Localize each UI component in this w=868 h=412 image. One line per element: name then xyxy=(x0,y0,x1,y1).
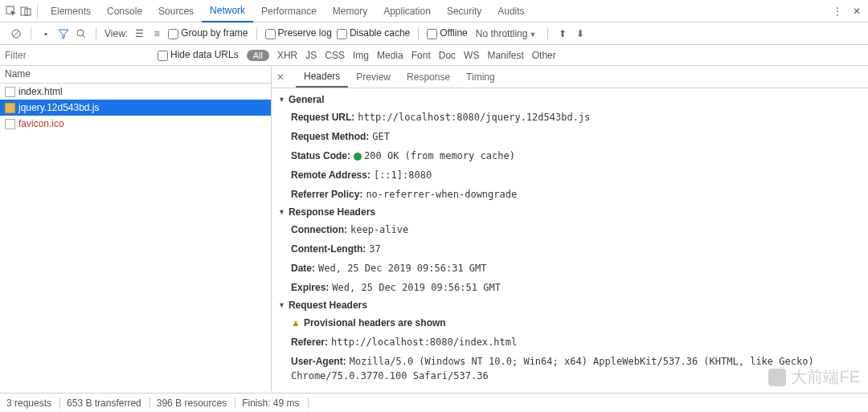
header-key: Connection: xyxy=(291,224,347,235)
header-row: Connection:keep-alive xyxy=(272,220,868,239)
disclosure-triangle-icon: ▼ xyxy=(278,208,285,216)
request-row[interactable]: favicon.ico xyxy=(0,116,271,132)
offline-checkbox[interactable]: Offline xyxy=(427,27,467,39)
status-dot-icon xyxy=(354,153,362,161)
detail-tab-timing[interactable]: Timing xyxy=(458,67,503,87)
file-icon xyxy=(5,87,15,97)
filter-type-xhr[interactable]: XHR xyxy=(277,50,297,61)
device-icon[interactable] xyxy=(19,5,32,18)
header-key: Referrer Policy: xyxy=(291,189,362,200)
request-row[interactable]: jquery.12d543bd.js xyxy=(0,100,271,116)
watermark-icon xyxy=(768,369,786,386)
throttling-select[interactable]: No throttling▼ xyxy=(473,28,540,39)
watermark: 大前端FE xyxy=(768,366,860,388)
search-icon[interactable] xyxy=(75,27,88,40)
header-key: Remote Address: xyxy=(291,169,371,181)
export-icon[interactable]: ⬇ xyxy=(574,27,587,40)
header-value: keep-alive xyxy=(350,224,408,235)
details-pane: ✕ HeadersPreviewResponseTiming ▼GeneralR… xyxy=(272,66,868,391)
header-row: Referrer Policy:no-referrer-when-downgra… xyxy=(272,185,868,204)
header-row: Expires:Wed, 25 Dec 2019 09:56:51 GMT xyxy=(272,278,868,297)
preserve-log-checkbox[interactable]: Preserve log xyxy=(265,27,332,39)
main-tab-sources[interactable]: Sources xyxy=(150,1,202,22)
svg-line-4 xyxy=(13,31,19,37)
main-tabs-bar: ElementsConsoleSourcesNetworkPerformance… xyxy=(0,0,868,22)
main-tab-network[interactable]: Network xyxy=(202,0,253,22)
disable-cache-checkbox[interactable]: Disable cache xyxy=(337,27,410,39)
file-icon xyxy=(5,119,15,129)
filter-type-media[interactable]: Media xyxy=(377,50,403,61)
header-value: http://localhost:8080/index.html xyxy=(331,337,517,348)
header-key: User-Agent: xyxy=(291,356,346,367)
import-icon[interactable]: ⬆ xyxy=(556,27,569,40)
file-icon xyxy=(5,103,15,113)
filter-type-css[interactable]: CSS xyxy=(325,50,345,61)
header-key: Request URL: xyxy=(291,112,354,123)
filter-type-img[interactable]: Img xyxy=(353,50,369,61)
header-key: Request Method: xyxy=(291,131,369,142)
detail-tab-response[interactable]: Response xyxy=(399,67,458,87)
header-value: Wed, 25 Dec 2019 09:56:31 GMT xyxy=(318,263,487,274)
group-by-frame-checkbox[interactable]: Group by frame xyxy=(168,27,248,39)
disclosure-triangle-icon: ▼ xyxy=(278,301,285,309)
disclosure-triangle-icon: ▼ xyxy=(278,96,285,104)
header-value: http://localhost:8080/jquery.12d543bd.js xyxy=(358,112,590,123)
request-name: favicon.ico xyxy=(18,118,64,129)
filter-icon[interactable] xyxy=(57,27,70,40)
header-key: Date: xyxy=(291,263,315,274)
section-header[interactable]: ▼Request Headers xyxy=(272,297,868,313)
status-finish: Finish: 49 ms xyxy=(242,398,308,409)
inspect-icon[interactable] xyxy=(5,5,18,18)
section-header[interactable]: ▼Response Headers xyxy=(272,204,868,220)
network-toolbar: ▪ View: ☰ ≡ Group by frame Preserve log … xyxy=(0,22,868,45)
filter-type-ws[interactable]: WS xyxy=(464,50,479,61)
waterfall-icon[interactable]: ≡ xyxy=(150,27,163,40)
hide-data-urls-checkbox[interactable]: Hide data URLs xyxy=(158,49,239,60)
header-key: Expires: xyxy=(291,282,329,293)
filter-input[interactable] xyxy=(5,50,149,61)
large-rows-icon[interactable]: ☰ xyxy=(133,27,145,40)
main-tab-application[interactable]: Application xyxy=(375,1,439,22)
filter-type-all[interactable]: All xyxy=(247,50,269,61)
detail-tab-headers[interactable]: Headers xyxy=(296,67,348,88)
header-value: [::1]:8080 xyxy=(374,169,432,181)
details-tabs: ✕ HeadersPreviewResponseTiming xyxy=(272,66,868,88)
filter-type-other[interactable]: Other xyxy=(532,50,556,61)
filter-type-manifest[interactable]: Manifest xyxy=(487,50,523,61)
camera-icon[interactable]: ▪ xyxy=(39,27,52,40)
header-value: GET xyxy=(372,131,390,142)
main-tab-elements[interactable]: Elements xyxy=(43,1,99,22)
header-row: Remote Address:[::1]:8080 xyxy=(272,165,868,185)
status-resources: 396 B resources xyxy=(157,398,235,409)
main-tab-security[interactable]: Security xyxy=(439,1,489,22)
filter-type-doc[interactable]: Doc xyxy=(439,50,456,61)
filter-type-font[interactable]: Font xyxy=(411,50,431,61)
main-area: Name index.htmljquery.12d543bd.jsfavicon… xyxy=(0,66,868,391)
warning-icon: ▲ xyxy=(291,317,301,328)
detail-tab-preview[interactable]: Preview xyxy=(348,67,399,87)
filter-type-js[interactable]: JS xyxy=(305,50,317,61)
header-row: Content-Length:37 xyxy=(272,239,868,259)
header-row: Date:Wed, 25 Dec 2019 09:56:31 GMT xyxy=(272,259,868,278)
section-header[interactable]: ▼General xyxy=(272,92,868,108)
header-row: Request Method:GET xyxy=(272,127,868,146)
status-requests: 3 requests xyxy=(6,398,60,409)
main-tab-performance[interactable]: Performance xyxy=(253,1,325,22)
close-details-icon[interactable]: ✕ xyxy=(276,71,288,83)
header-value: 200 OK (from memory cache) xyxy=(354,150,515,161)
header-key: Referer: xyxy=(291,337,328,348)
svg-line-6 xyxy=(83,35,85,38)
main-tab-audits[interactable]: Audits xyxy=(489,1,532,22)
name-column-header[interactable]: Name xyxy=(0,66,271,84)
header-value: Mozilla/5.0 (Windows NT 10.0; Win64; x64… xyxy=(291,356,814,381)
close-icon[interactable]: ✕ xyxy=(850,5,863,18)
more-icon[interactable]: ⋮ xyxy=(831,5,844,18)
view-label: View: xyxy=(104,28,128,39)
main-tab-memory[interactable]: Memory xyxy=(325,1,375,22)
header-key: Content-Length: xyxy=(291,243,366,255)
request-row[interactable]: index.html xyxy=(0,84,271,100)
header-row: Referer:http://localhost:8080/index.html xyxy=(272,332,868,352)
header-value: 37 xyxy=(369,243,380,255)
main-tab-console[interactable]: Console xyxy=(99,1,150,22)
clear-icon[interactable] xyxy=(10,27,23,40)
